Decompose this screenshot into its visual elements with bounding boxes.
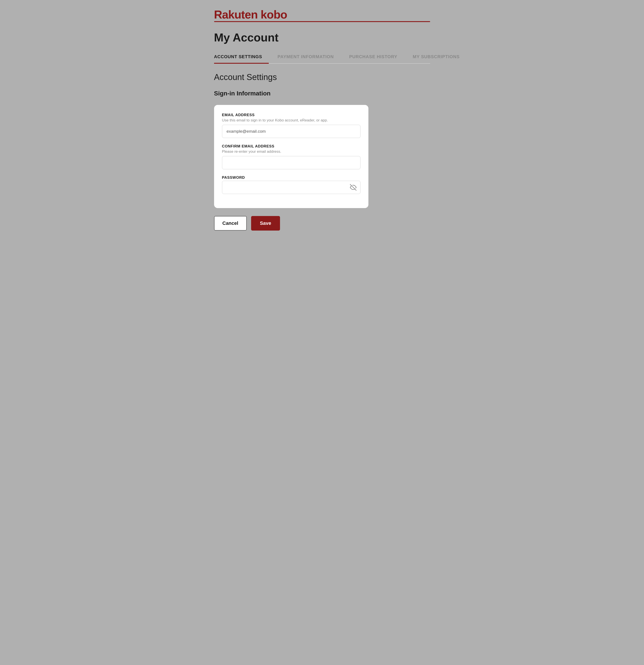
tabs-bar: ACCOUNT SETTINGS PAYMENT INFORMATION PUR… (214, 51, 430, 64)
page-wrapper: Rakuten kobo My Account ACCOUNT SETTINGS… (201, 0, 443, 244)
password-input[interactable] (222, 181, 360, 194)
confirm-email-field-group: CONFIRM EMAIL ADDRESS Please re-enter yo… (222, 144, 360, 169)
tab-payment-information[interactable]: PAYMENT INFORMATION (278, 51, 340, 64)
email-label: EMAIL ADDRESS (222, 113, 360, 117)
logo: Rakuten kobo (214, 9, 287, 20)
logo-underline (214, 21, 430, 22)
confirm-email-hint: Please re-enter your email address. (222, 149, 360, 154)
password-toggle-icon[interactable] (350, 184, 357, 191)
email-hint: Use this email to sign in to your Kobo a… (222, 118, 360, 122)
password-field-group: PASSWORD (222, 175, 360, 194)
save-button[interactable]: Save (251, 216, 280, 231)
tab-purchase-history[interactable]: PURCHASE HISTORY (349, 51, 404, 64)
password-label: PASSWORD (222, 175, 360, 180)
sign-in-info-card: EMAIL ADDRESS Use this email to sign in … (214, 105, 368, 208)
tab-account-settings[interactable]: ACCOUNT SETTINGS (214, 51, 269, 64)
confirm-email-input[interactable] (222, 156, 360, 169)
logo-area: Rakuten kobo (214, 9, 430, 22)
confirm-email-label: CONFIRM EMAIL ADDRESS (222, 144, 360, 149)
email-field-group: EMAIL ADDRESS Use this email to sign in … (222, 113, 360, 138)
confirm-email-input-wrapper (222, 156, 360, 169)
email-input-wrapper (222, 125, 360, 138)
cancel-button[interactable]: Cancel (214, 216, 247, 231)
page-title: My Account (214, 31, 430, 44)
subsection-title: Sign-in Information (214, 90, 430, 97)
email-input[interactable] (222, 125, 360, 138)
tab-my-subscriptions[interactable]: MY SUBSCRIPTIONS (413, 51, 466, 64)
logo-kobo: kobo (258, 8, 287, 21)
section-title: Account Settings (214, 73, 430, 82)
password-input-wrapper (222, 181, 360, 194)
logo-rakuten: Rakuten (214, 8, 258, 21)
buttons-row: Cancel Save (214, 216, 430, 231)
